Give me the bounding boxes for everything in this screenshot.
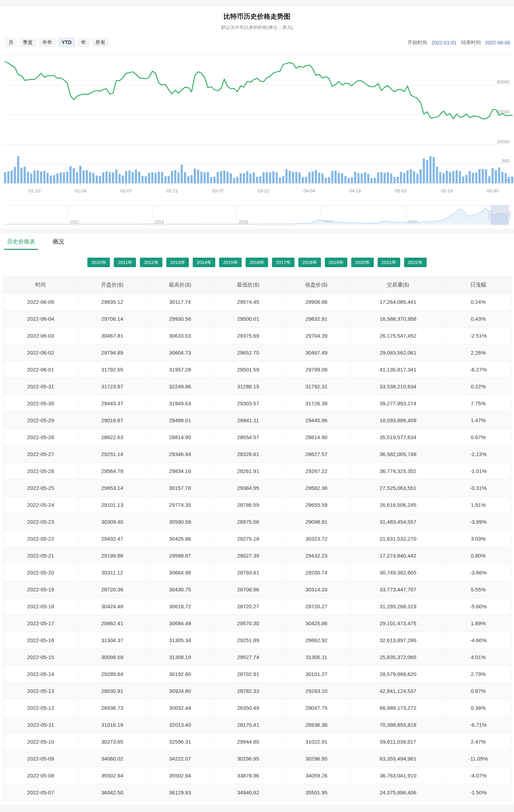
- volume-bar: [142, 176, 144, 183]
- cell-value: 29346.94: [146, 446, 214, 463]
- cell-value: 16,588,370,958: [351, 310, 446, 327]
- year-button-2018[interactable]: 2018年: [298, 258, 321, 267]
- cell-value: 30618.72: [146, 598, 214, 615]
- table-row: 2022-05-3029443.3731949.6329303.5731726.…: [3, 395, 511, 412]
- start-date-value[interactable]: 2022-01-01: [432, 40, 457, 45]
- cell-value: 2.47%: [445, 733, 511, 750]
- period-button-half-year[interactable]: 半年: [39, 38, 56, 47]
- cell-value: 29199.86: [78, 547, 146, 564]
- table-row: 2022-05-2529653.1430157.7829384.9529562.…: [3, 480, 511, 497]
- period-button-year[interactable]: 年: [78, 38, 89, 47]
- volume-bar: [400, 172, 402, 183]
- navigator-handle-left[interactable]: [489, 211, 492, 219]
- cell-value: 29527.74: [214, 649, 283, 666]
- volume-bar: [125, 171, 127, 183]
- cell-value: 29501.59: [214, 361, 283, 378]
- year-button-2019[interactable]: 2019年: [325, 258, 347, 267]
- cell-value: 29098.91: [283, 513, 351, 530]
- volume-bar: [491, 168, 494, 183]
- period-button-month[interactable]: 月: [5, 38, 17, 47]
- volume-bar: [233, 178, 235, 183]
- cell-date: 2022-05-18: [3, 598, 78, 615]
- cell-value: 36,774,325,352: [351, 463, 446, 480]
- volume-bar: [115, 170, 117, 184]
- period-button-all[interactable]: 所有: [92, 38, 109, 47]
- end-date-value[interactable]: 2022-06-05: [485, 40, 510, 45]
- cell-value: 25,835,372,065: [351, 649, 446, 666]
- year-button-2012[interactable]: 2012年: [140, 258, 162, 267]
- volume-bar: [259, 176, 261, 183]
- volume-bar: [488, 176, 490, 183]
- table-row: 2022-05-2629564.7829834.1628261.9129267.…: [3, 463, 511, 480]
- volume-bar: [433, 157, 435, 183]
- cell-value: 33,773,447,707: [351, 581, 446, 598]
- table-row: 2022-05-1729862.4130694.4929570.3030425.…: [3, 615, 511, 632]
- year-button-2022[interactable]: 2022年: [404, 258, 427, 267]
- tab-overview[interactable]: 概况: [51, 238, 66, 250]
- navigator-window[interactable]: [490, 205, 509, 225]
- price-volume-chart[interactable]: 400003000020000500001-1001-2402-0702-210…: [0, 51, 514, 229]
- volume-bar: [364, 172, 366, 183]
- year-button-2010[interactable]: 2010年: [87, 258, 110, 267]
- volume-bar: [102, 172, 104, 183]
- cell-date: 2022-05-31: [3, 378, 78, 395]
- year-button-2020[interactable]: 2020年: [351, 258, 374, 267]
- volume-bar: [204, 172, 206, 183]
- volume-bar: [82, 171, 85, 183]
- table-row: 2022-05-2129199.8629588.8729027.3929432.…: [3, 547, 511, 564]
- x-axis-label: 02-07: [120, 188, 132, 193]
- year-button-2017[interactable]: 2017年: [272, 258, 295, 267]
- table-row: 2022-06-0229794.8930604.7329652.7030467.…: [3, 344, 511, 361]
- volume-bar: [4, 172, 6, 183]
- table-row: 2022-05-1030273.6532596.3129944.8031022.…: [3, 733, 511, 750]
- volume-bar: [384, 173, 386, 183]
- cell-value: 30664.98: [146, 564, 214, 581]
- volume-bar: [105, 171, 107, 183]
- volume-bar: [308, 172, 310, 183]
- x-axis-label: 05-02: [395, 188, 407, 193]
- top-strip: [0, 0, 514, 7]
- volume-bar: [387, 172, 389, 183]
- cell-value: 29101.13: [78, 497, 146, 513]
- year-button-2014[interactable]: 2014年: [193, 258, 215, 267]
- year-button-2013[interactable]: 2013年: [166, 258, 189, 267]
- cell-value: 0.67%: [445, 429, 511, 446]
- cell-value: 28720.27: [214, 598, 283, 615]
- table-row: 2022-05-2828622.6328814.9028554.5728814.…: [3, 429, 511, 446]
- cell-value: 35502.94: [146, 767, 214, 784]
- cell-value: 29251.89: [214, 632, 283, 649]
- tab-bar: 历史价格表 概况: [0, 234, 514, 250]
- table-row: 2022-05-1329030.9130924.8028782.3329283.…: [3, 683, 511, 700]
- cell-value: 28814.90: [283, 429, 351, 446]
- tab-history-price-table[interactable]: 历史价格表: [6, 238, 37, 250]
- cell-value: 30604.73: [146, 344, 214, 361]
- year-button-2016[interactable]: 2016年: [246, 258, 268, 267]
- year-button-2015[interactable]: 2015年: [219, 258, 242, 267]
- cell-value: 24,375,896,406: [351, 784, 446, 801]
- cell-value: 29704.39: [283, 327, 351, 344]
- navigator-handle-right[interactable]: [507, 211, 510, 219]
- volume-bar: [37, 171, 39, 183]
- period-button-quarter[interactable]: 季度: [19, 38, 36, 47]
- period-button-ytd[interactable]: YTD: [58, 38, 75, 47]
- cell-value: 29906.66: [283, 294, 351, 310]
- year-button-2021[interactable]: 2021年: [378, 258, 400, 267]
- table-row: 2022-05-2030311.1230664.9828793.6129200.…: [3, 564, 511, 581]
- cell-value: 31305.11: [283, 649, 351, 666]
- volume-bar: [165, 176, 167, 183]
- cell-value: 29030.91: [78, 683, 146, 700]
- cell-value: 29285.64: [78, 666, 146, 683]
- cell-date: 2022-05-22: [3, 530, 78, 547]
- volume-bar: [109, 172, 111, 183]
- cell-value: 1.89%: [445, 615, 511, 632]
- cell-value: 30098.59: [78, 649, 146, 666]
- volume-bar: [236, 177, 239, 183]
- cell-value: 26350.49: [214, 700, 283, 716]
- cell-value: 29570.30: [214, 615, 283, 632]
- cell-value: 30032.44: [146, 700, 214, 716]
- year-button-2011[interactable]: 2011年: [114, 258, 136, 267]
- cell-value: 30590.59: [146, 513, 214, 530]
- cell-value: 32013.40: [146, 716, 214, 733]
- volume-bar: [390, 174, 392, 184]
- cell-value: 29653.14: [78, 480, 146, 497]
